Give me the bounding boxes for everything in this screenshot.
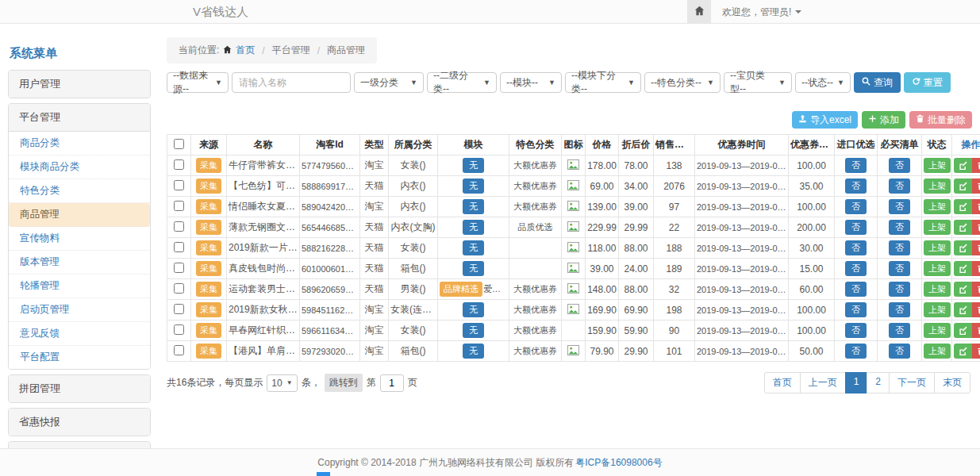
page-button-末页[interactable]: 末页 xyxy=(934,372,970,393)
icp-link[interactable]: 粤ICP备16098006号 xyxy=(575,456,662,470)
row-checkbox[interactable] xyxy=(174,345,184,355)
module-badge[interactable]: 无 xyxy=(463,240,484,255)
status-button[interactable]: 上架 xyxy=(924,240,951,255)
module-badge[interactable]: 无 xyxy=(463,220,484,235)
reset-button[interactable]: 重置 xyxy=(904,72,951,93)
edit-button[interactable] xyxy=(954,323,972,338)
filter-select-data-source[interactable]: --数据来源--▼ xyxy=(167,72,229,93)
sidebar-section-省惠快报[interactable]: 省惠快报 xyxy=(9,409,150,436)
jump-button[interactable]: 跳转到 xyxy=(325,374,363,392)
import-select-toggle[interactable]: 否 xyxy=(845,178,867,194)
sidebar-section-拼团管理[interactable]: 拼团管理 xyxy=(9,375,150,402)
edit-button[interactable] xyxy=(954,178,972,194)
user-menu[interactable]: 欢迎您，管理员! xyxy=(711,0,813,24)
status-button[interactable]: 上架 xyxy=(924,302,951,317)
edit-button[interactable] xyxy=(954,158,972,173)
module-badge[interactable]: 无 xyxy=(463,178,484,194)
status-button[interactable]: 上架 xyxy=(924,178,951,194)
edit-button[interactable] xyxy=(954,240,972,255)
sidebar-item-商品管理[interactable]: 商品管理 xyxy=(9,203,150,227)
filter-select-module-subcategory[interactable]: --模块下分类--▼ xyxy=(565,72,641,93)
delete-button[interactable] xyxy=(972,158,980,173)
delete-button[interactable] xyxy=(972,220,980,235)
import-select-toggle[interactable]: 否 xyxy=(845,240,867,255)
status-button[interactable]: 上架 xyxy=(924,199,951,214)
page-button-首页[interactable]: 首页 xyxy=(764,372,801,393)
edit-button[interactable] xyxy=(954,282,972,297)
row-checkbox[interactable] xyxy=(174,180,184,190)
delete-button[interactable] xyxy=(972,261,980,276)
module-badge[interactable]: 无 xyxy=(463,261,484,276)
row-checkbox[interactable] xyxy=(174,201,184,211)
row-checkbox[interactable] xyxy=(174,242,184,252)
module-badge[interactable]: 品牌精选 xyxy=(440,282,482,297)
status-button[interactable]: 上架 xyxy=(924,323,951,338)
delete-button[interactable] xyxy=(972,323,980,338)
import-select-toggle[interactable]: 否 xyxy=(845,199,867,214)
must-buy-toggle[interactable]: 否 xyxy=(889,158,910,173)
sidebar-item-轮播管理[interactable]: 轮播管理 xyxy=(9,274,150,298)
filter-select-item-type[interactable]: --宝贝类型--▼ xyxy=(724,72,792,93)
filter-select-feature-category[interactable]: --特色分类--▼ xyxy=(644,72,721,93)
import-select-toggle[interactable]: 否 xyxy=(845,323,867,338)
module-badge[interactable]: 无 xyxy=(463,323,484,338)
filter-select-module[interactable]: --模块--▼ xyxy=(500,72,562,93)
row-checkbox[interactable] xyxy=(174,304,184,314)
must-buy-toggle[interactable]: 否 xyxy=(889,220,910,235)
sidebar-section-平台管理[interactable]: 平台管理 xyxy=(9,104,150,132)
must-buy-toggle[interactable]: 否 xyxy=(889,261,910,276)
delete-button[interactable] xyxy=(972,178,980,194)
sidebar-item-意见反馈[interactable]: 意见反馈 xyxy=(9,322,150,346)
import-select-toggle[interactable]: 否 xyxy=(845,302,867,317)
module-badge[interactable]: 无 xyxy=(463,158,484,173)
import-select-toggle[interactable]: 否 xyxy=(845,261,867,276)
home-button[interactable] xyxy=(687,0,711,24)
select-all-checkbox[interactable] xyxy=(174,139,184,149)
sidebar-item-版本管理[interactable]: 版本管理 xyxy=(9,251,150,274)
must-buy-toggle[interactable]: 否 xyxy=(889,282,910,297)
delete-button[interactable] xyxy=(972,199,980,214)
sidebar-section-用户管理[interactable]: 用户管理 xyxy=(9,71,150,98)
status-button[interactable]: 上架 xyxy=(924,282,951,297)
sidebar-section-消息管理[interactable]: 消息管理 xyxy=(9,442,150,448)
sidebar-item-平台配置[interactable]: 平台配置 xyxy=(9,346,150,369)
status-button[interactable]: 上架 xyxy=(924,344,951,359)
delete-button[interactable] xyxy=(972,344,980,359)
sidebar-item-模块商品分类[interactable]: 模块商品分类 xyxy=(9,155,150,179)
module-badge[interactable]: 无 xyxy=(463,302,484,317)
row-checkbox[interactable] xyxy=(174,324,184,335)
page-button-1[interactable]: 1 xyxy=(845,372,868,393)
page-button-下一页[interactable]: 下一页 xyxy=(889,372,935,393)
module-badge[interactable]: 无 xyxy=(463,344,484,359)
delete-button[interactable] xyxy=(972,240,980,255)
filter-select-level1-category[interactable]: 一级分类▼ xyxy=(354,72,424,93)
query-button[interactable]: 查询 xyxy=(854,72,901,93)
must-buy-toggle[interactable]: 否 xyxy=(889,178,910,194)
sidebar-item-宣传物料[interactable]: 宣传物料 xyxy=(9,227,150,251)
jump-page-input[interactable] xyxy=(380,374,404,392)
import-select-toggle[interactable]: 否 xyxy=(845,282,867,297)
edit-button[interactable] xyxy=(954,199,972,214)
filter-select-status[interactable]: --状态--▼ xyxy=(795,72,851,93)
must-buy-toggle[interactable]: 否 xyxy=(889,323,910,338)
per-page-select[interactable]: 10▼ xyxy=(267,374,297,392)
sidebar-item-商品分类[interactable]: 商品分类 xyxy=(9,132,150,155)
import-select-toggle[interactable]: 否 xyxy=(845,220,867,235)
edit-button[interactable] xyxy=(954,302,972,317)
row-checkbox[interactable] xyxy=(174,159,184,170)
must-buy-toggle[interactable]: 否 xyxy=(889,199,910,214)
import-select-toggle[interactable]: 否 xyxy=(845,158,867,173)
name-search-input[interactable] xyxy=(232,72,351,93)
delete-button[interactable] xyxy=(972,282,980,297)
edit-button[interactable] xyxy=(954,344,972,359)
edit-button[interactable] xyxy=(954,220,972,235)
import-select-toggle[interactable]: 否 xyxy=(845,344,867,359)
filter-select-level2-category[interactable]: --二级分类--▼ xyxy=(427,72,497,93)
sidebar-item-特色分类[interactable]: 特色分类 xyxy=(9,179,150,203)
page-button-上一页[interactable]: 上一页 xyxy=(800,372,846,393)
module-badge[interactable]: 无 xyxy=(463,199,484,214)
edit-button[interactable] xyxy=(954,261,972,276)
status-button[interactable]: 上架 xyxy=(924,220,951,235)
row-checkbox[interactable] xyxy=(174,263,184,273)
add-button[interactable]: 添加 xyxy=(862,111,905,129)
